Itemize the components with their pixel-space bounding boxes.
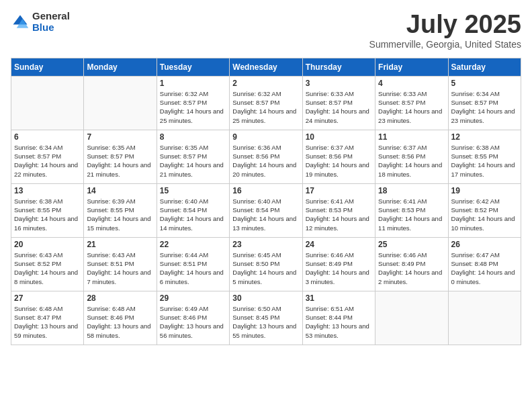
day-info: Sunrise: 6:48 AMSunset: 8:46 PMDaylight:…	[87, 304, 153, 340]
calendar-cell: 22Sunrise: 6:44 AMSunset: 8:51 PMDayligh…	[157, 237, 229, 291]
column-header-friday: Friday	[375, 58, 448, 76]
logo: General Blue	[11, 11, 70, 33]
day-info: Sunrise: 6:32 AMSunset: 8:57 PMDaylight:…	[160, 89, 226, 125]
calendar-cell: 11Sunrise: 6:37 AMSunset: 8:56 PMDayligh…	[375, 130, 448, 183]
calendar-cell: 1Sunrise: 6:32 AMSunset: 8:57 PMDaylight…	[157, 76, 229, 130]
day-number: 24	[306, 240, 372, 249]
calendar-cell: 16Sunrise: 6:40 AMSunset: 8:54 PMDayligh…	[230, 183, 302, 237]
calendar-cell: 30Sunrise: 6:50 AMSunset: 8:45 PMDayligh…	[230, 291, 302, 345]
day-number: 3	[306, 79, 372, 88]
day-info: Sunrise: 6:40 AMSunset: 8:54 PMDaylight:…	[232, 197, 299, 232]
day-info: Sunrise: 6:38 AMSunset: 8:55 PMDaylight:…	[451, 143, 518, 179]
day-number: 10	[306, 132, 372, 142]
calendar-cell: 9Sunrise: 6:36 AMSunset: 8:56 PMDaylight…	[230, 130, 302, 183]
calendar-cell: 8Sunrise: 6:35 AMSunset: 8:57 PMDaylight…	[157, 130, 229, 183]
logo-text: General Blue	[32, 11, 70, 33]
day-info: Sunrise: 6:37 AMSunset: 8:56 PMDaylight:…	[306, 143, 372, 179]
day-number: 31	[306, 293, 372, 303]
day-number: 4	[378, 79, 445, 88]
calendar-cell: 26Sunrise: 6:47 AMSunset: 8:48 PMDayligh…	[448, 237, 521, 291]
calendar-cell: 20Sunrise: 6:43 AMSunset: 8:52 PMDayligh…	[11, 237, 84, 291]
calendar-week-row: 1Sunrise: 6:32 AMSunset: 8:57 PMDaylight…	[11, 76, 521, 130]
day-number: 25	[378, 240, 445, 249]
calendar-cell: 18Sunrise: 6:41 AMSunset: 8:53 PMDayligh…	[375, 183, 448, 237]
day-number: 18	[378, 186, 445, 195]
calendar-cell: 23Sunrise: 6:45 AMSunset: 8:50 PMDayligh…	[230, 237, 302, 291]
day-info: Sunrise: 6:37 AMSunset: 8:56 PMDaylight:…	[378, 143, 445, 179]
calendar-cell: 31Sunrise: 6:51 AMSunset: 8:44 PMDayligh…	[302, 291, 375, 345]
calendar-week-row: 6Sunrise: 6:34 AMSunset: 8:57 PMDaylight…	[11, 130, 521, 183]
calendar-cell: 27Sunrise: 6:48 AMSunset: 8:47 PMDayligh…	[11, 291, 84, 345]
calendar-cell	[375, 291, 448, 345]
calendar-cell: 24Sunrise: 6:46 AMSunset: 8:49 PMDayligh…	[302, 237, 375, 291]
day-number: 22	[160, 240, 226, 249]
title-area: July 2025 Summerville, Georgia, United S…	[369, 11, 521, 50]
calendar-week-row: 20Sunrise: 6:43 AMSunset: 8:52 PMDayligh…	[11, 237, 521, 291]
day-number: 7	[87, 132, 153, 142]
day-number: 8	[160, 132, 226, 142]
day-info: Sunrise: 6:43 AMSunset: 8:51 PMDaylight:…	[87, 250, 153, 286]
calendar-cell: 14Sunrise: 6:39 AMSunset: 8:55 PMDayligh…	[84, 183, 157, 237]
calendar-cell: 21Sunrise: 6:43 AMSunset: 8:51 PMDayligh…	[84, 237, 157, 291]
day-number: 12	[451, 132, 518, 142]
column-header-wednesday: Wednesday	[230, 58, 302, 76]
column-header-tuesday: Tuesday	[157, 58, 229, 76]
day-info: Sunrise: 6:48 AMSunset: 8:47 PMDaylight:…	[14, 304, 81, 340]
calendar-table: SundayMondayTuesdayWednesdayThursdayFrid…	[11, 58, 521, 345]
day-info: Sunrise: 6:36 AMSunset: 8:56 PMDaylight:…	[232, 143, 299, 179]
day-info: Sunrise: 6:34 AMSunset: 8:57 PMDaylight:…	[14, 143, 81, 179]
location: Summerville, Georgia, United States	[369, 39, 521, 50]
day-info: Sunrise: 6:49 AMSunset: 8:46 PMDaylight:…	[160, 304, 226, 340]
calendar-cell: 5Sunrise: 6:34 AMSunset: 8:57 PMDaylight…	[448, 76, 521, 130]
logo-general: General	[32, 11, 70, 22]
day-info: Sunrise: 6:35 AMSunset: 8:57 PMDaylight:…	[87, 143, 153, 179]
day-number: 29	[160, 293, 226, 303]
day-number: 2	[232, 79, 299, 88]
calendar-cell: 25Sunrise: 6:46 AMSunset: 8:49 PMDayligh…	[375, 237, 448, 291]
calendar-week-row: 27Sunrise: 6:48 AMSunset: 8:47 PMDayligh…	[11, 291, 521, 345]
calendar-cell: 15Sunrise: 6:40 AMSunset: 8:54 PMDayligh…	[157, 183, 229, 237]
day-info: Sunrise: 6:41 AMSunset: 8:53 PMDaylight:…	[378, 197, 445, 232]
day-number: 16	[232, 186, 299, 195]
day-number: 27	[14, 293, 81, 303]
calendar-cell: 17Sunrise: 6:41 AMSunset: 8:53 PMDayligh…	[302, 183, 375, 237]
column-header-thursday: Thursday	[302, 58, 375, 76]
month-title: July 2025	[369, 11, 521, 39]
day-number: 11	[378, 132, 445, 142]
day-info: Sunrise: 6:44 AMSunset: 8:51 PMDaylight:…	[160, 250, 226, 286]
logo-icon	[11, 13, 30, 32]
day-info: Sunrise: 6:40 AMSunset: 8:54 PMDaylight:…	[160, 197, 226, 232]
day-info: Sunrise: 6:50 AMSunset: 8:45 PMDaylight:…	[232, 304, 299, 340]
day-number: 30	[232, 293, 299, 303]
day-number: 17	[306, 186, 372, 195]
column-header-sunday: Sunday	[11, 58, 84, 76]
day-info: Sunrise: 6:35 AMSunset: 8:57 PMDaylight:…	[160, 143, 226, 179]
day-info: Sunrise: 6:43 AMSunset: 8:52 PMDaylight:…	[14, 250, 81, 286]
day-info: Sunrise: 6:46 AMSunset: 8:49 PMDaylight:…	[378, 250, 445, 286]
day-number: 15	[160, 186, 226, 195]
day-info: Sunrise: 6:33 AMSunset: 8:57 PMDaylight:…	[378, 89, 445, 125]
calendar-cell: 28Sunrise: 6:48 AMSunset: 8:46 PMDayligh…	[84, 291, 157, 345]
calendar-cell: 7Sunrise: 6:35 AMSunset: 8:57 PMDaylight…	[84, 130, 157, 183]
day-info: Sunrise: 6:46 AMSunset: 8:49 PMDaylight:…	[306, 250, 372, 286]
calendar-cell: 19Sunrise: 6:42 AMSunset: 8:52 PMDayligh…	[448, 183, 521, 237]
day-number: 5	[451, 79, 518, 88]
day-number: 14	[87, 186, 153, 195]
day-number: 20	[14, 240, 81, 249]
calendar-header-row: SundayMondayTuesdayWednesdayThursdayFrid…	[11, 58, 521, 76]
day-info: Sunrise: 6:34 AMSunset: 8:57 PMDaylight:…	[451, 89, 518, 125]
calendar-cell: 29Sunrise: 6:49 AMSunset: 8:46 PMDayligh…	[157, 291, 229, 345]
day-info: Sunrise: 6:39 AMSunset: 8:55 PMDaylight:…	[87, 197, 153, 232]
day-info: Sunrise: 6:42 AMSunset: 8:52 PMDaylight:…	[451, 197, 518, 232]
page-header: General Blue July 2025 Summerville, Geor…	[11, 11, 521, 50]
logo-blue: Blue	[32, 22, 70, 34]
calendar-cell	[84, 76, 157, 130]
day-number: 13	[14, 186, 81, 195]
day-info: Sunrise: 6:47 AMSunset: 8:48 PMDaylight:…	[451, 250, 518, 286]
day-number: 19	[451, 186, 518, 195]
calendar-cell: 3Sunrise: 6:33 AMSunset: 8:57 PMDaylight…	[302, 76, 375, 130]
calendar-cell: 12Sunrise: 6:38 AMSunset: 8:55 PMDayligh…	[448, 130, 521, 183]
calendar-cell	[448, 291, 521, 345]
day-info: Sunrise: 6:32 AMSunset: 8:57 PMDaylight:…	[232, 89, 299, 125]
calendar-cell: 10Sunrise: 6:37 AMSunset: 8:56 PMDayligh…	[302, 130, 375, 183]
